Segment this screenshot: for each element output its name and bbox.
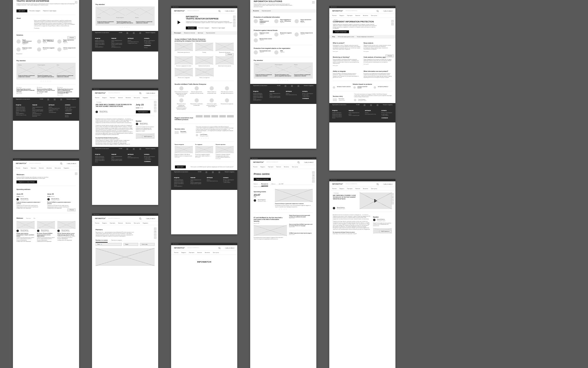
side-news[interactable]: Natalya Kasperskaya presented programmab… bbox=[289, 215, 313, 218]
logo[interactable]: INFOWATCH bbox=[16, 163, 27, 164]
assign-heading: Assign InfoWatch Traffic Monitor Enterpr… bbox=[175, 38, 210, 42]
feature: Незаботливая деятельность bbox=[175, 43, 193, 53]
reg-chip[interactable]: Зарегистрироваться bbox=[380, 230, 391, 233]
lead: Современное DLP-решение для защиты данны… bbox=[16, 3, 76, 6]
archive-card[interactable]: Николай ЗдобновРуководитель отделаИ врод… bbox=[16, 221, 35, 242]
fb-icon[interactable] bbox=[47, 99, 49, 100]
page-title: AND THERE WAS A THUNDER: CLOUD TECHNOLOG… bbox=[333, 195, 357, 200]
search-icon[interactable] bbox=[60, 163, 62, 164]
about-link[interactable]: О компании bbox=[16, 28, 76, 29]
share-icon[interactable]: ⤴ bbox=[75, 173, 77, 175]
vk-icon[interactable] bbox=[60, 99, 62, 100]
phone: 7 (495) 22-900-22 bbox=[67, 163, 76, 164]
client-logo bbox=[196, 115, 203, 117]
attention-card[interactable]: ВебинарОткрытый вебинар по управлению ко… bbox=[18, 64, 35, 78]
product-tabs[interactable]: Обзор продуктаВозможности и технологииАр… bbox=[171, 31, 237, 35]
carousel-dots[interactable]: • • • • • bbox=[16, 81, 76, 82]
tile[interactable] bbox=[111, 8, 124, 15]
attention-card[interactable]: Компания Петродворец: место данных разру… bbox=[117, 21, 134, 24]
attention-card[interactable]: АнонсОткрытый вебинар по управлению конф… bbox=[57, 64, 74, 78]
vk-icon[interactable]: vk bbox=[154, 104, 156, 106]
attention-card[interactable]: Открытый вебинар по управлению конфликта… bbox=[136, 21, 153, 24]
page-title: CONFIDENT INFORMATION PROTECTION bbox=[333, 21, 392, 23]
register-button[interactable]: Зарегистрироваться bbox=[136, 110, 150, 113]
webinar-card[interactable]: June 23 12:00 MOSCOW Николай ЗдобновРуко… bbox=[16, 191, 45, 209]
page-title: TRAFFIC MONITOR ENTERPRISE bbox=[16, 0, 76, 2]
about-heading: About bbox=[16, 17, 76, 19]
search-icon[interactable] bbox=[218, 247, 220, 249]
news-item[interactable]: Для клиентовNatalya Kasperskaya выступил… bbox=[57, 87, 76, 96]
page-title: INFOWATCH bbox=[175, 261, 234, 263]
link-more[interactable]: Рассказать о продукте bbox=[29, 10, 40, 11]
tab-events[interactable]: Мероприятия bbox=[261, 182, 268, 186]
tab-product[interactable]: Партнёры по продукту bbox=[111, 238, 122, 242]
news-item[interactable]: Для клиентовАналитический Центр InfoWatc… bbox=[37, 87, 55, 96]
solution-item[interactable]: Коррупция и откатыПодробнее bbox=[16, 47, 35, 52]
search-icon[interactable] bbox=[139, 92, 141, 94]
tab-all[interactable]: Все решения bbox=[253, 10, 259, 11]
solutions-heading: Solutions bbox=[16, 34, 76, 36]
solution-item[interactable]: Нелояльные сотрудникиПодробнее bbox=[37, 47, 55, 52]
footer: ПРОДУКТЫInfoWatch Traffic MonitorInfoWat… bbox=[13, 102, 79, 121]
solution-item[interactable]: Защита конфиденциальной информацииПодроб… bbox=[254, 19, 272, 24]
attention-card[interactable]: История внедренияКомпания Петродворец: м… bbox=[38, 64, 55, 78]
play-icon[interactable] bbox=[374, 199, 377, 203]
demo-button[interactable]: Демо-версия bbox=[186, 26, 197, 29]
video-player[interactable] bbox=[360, 193, 392, 209]
tile[interactable] bbox=[126, 8, 139, 15]
subscribe-button[interactable]: Подписаться на новые вебинары bbox=[16, 180, 37, 183]
fb-icon[interactable]: f bbox=[154, 107, 156, 109]
product-link[interactable]: INFOWATCH TRAFFIC MONITOR bbox=[333, 86, 351, 89]
tile[interactable] bbox=[97, 8, 110, 15]
solution-item[interactable]: Защита конфиденциальной информацииПодроб… bbox=[16, 39, 35, 44]
search-icon[interactable] bbox=[139, 218, 141, 219]
search-input[interactable]: Поиск... 🔍 bbox=[96, 243, 122, 246]
demo-button[interactable]: Демо-версия bbox=[175, 165, 186, 168]
filter-dropdown[interactable]: все категории ▾ bbox=[258, 186, 264, 187]
breadcrumb[interactable]: ← В календарь bbox=[333, 193, 357, 194]
attention-heading: Pay attention bbox=[96, 4, 155, 5]
page-title: TRAFFIC MONITOR ENTERPRISE bbox=[186, 18, 234, 20]
share-icon[interactable]: ⤴ bbox=[75, 1, 77, 4]
archive-card[interactable]: Николай ЗдобновРуководитель отделаDLP fa… bbox=[57, 221, 76, 242]
page-title: Webinars bbox=[16, 174, 76, 175]
more-link[interactable]: ↗ Решения bbox=[67, 208, 76, 211]
main-nav[interactable]: РешенияПродуктыПартнерамКомпанияАналитик… bbox=[13, 166, 79, 170]
subscribe-button[interactable]: Подписаться на рассылку bbox=[254, 178, 271, 181]
link-sales[interactable]: Обратиться в отдел продаж bbox=[43, 10, 56, 11]
tab-industry[interactable]: Отраслевые решения bbox=[262, 10, 271, 11]
search-icon[interactable] bbox=[218, 10, 220, 12]
demo-button[interactable]: Демо-версия bbox=[16, 9, 27, 12]
carousel-dots[interactable]: • • • • • bbox=[96, 27, 155, 28]
more-link[interactable]: ↗ Решения bbox=[385, 54, 394, 57]
partner-map[interactable] bbox=[96, 248, 155, 266]
consult-button[interactable]: Получить консультацию bbox=[333, 30, 349, 33]
tile[interactable] bbox=[140, 8, 153, 15]
info-card[interactable]: Процесс внедренияВнедрение InfoWatch Tra… bbox=[175, 144, 193, 159]
topic-dropdown[interactable]: All ▾ bbox=[34, 218, 36, 219]
archive-heading: Webinars bbox=[16, 217, 23, 219]
event-date: July 23 bbox=[136, 103, 155, 106]
attention-card[interactable]: Открытый вебинар по управлению конфликта… bbox=[97, 21, 114, 24]
filter-city[interactable]: Страна, город bbox=[140, 243, 155, 246]
attention-heading: Pay attention bbox=[16, 60, 76, 62]
reg-chip[interactable]: Зарегистрироваться bbox=[142, 135, 154, 138]
webinar-card[interactable]: June 23 12:00 MOSCOW Николай ЗдобновРуко… bbox=[47, 191, 76, 209]
tw-icon[interactable]: t bbox=[154, 110, 156, 112]
tw-icon[interactable] bbox=[54, 99, 56, 100]
breadcrumb[interactable]: ← В календарь bbox=[96, 102, 133, 103]
lead: Компания InfoWatch проводит цикл вебинар… bbox=[16, 177, 52, 179]
play-icon[interactable] bbox=[178, 21, 181, 24]
news-item[interactable]: Для клиентовNatalya Kasperskaya presente… bbox=[16, 87, 35, 96]
more-link[interactable]: ↗ Решения bbox=[225, 53, 234, 56]
solution-item[interactable]: Саботаж и вредительствоПодробнее bbox=[57, 47, 76, 52]
solutions-more[interactable]: ↗ Решения bbox=[67, 36, 76, 39]
archive-card[interactable]: Николай ЗдобновРуководитель отделаБез Ли… bbox=[37, 221, 55, 242]
filter-product[interactable]: Продукт bbox=[123, 243, 138, 246]
tab-country[interactable]: Партнёры в по странам bbox=[96, 238, 108, 243]
all-solutions-link[interactable]: Все решения bbox=[16, 53, 76, 54]
hero-image bbox=[275, 189, 313, 202]
solution-item[interactable]: Защита информации от утечек — DLP-решени… bbox=[37, 39, 55, 44]
solution-item[interactable]: Защита персональных данныхПодробнее bbox=[57, 39, 76, 44]
upcoming-heading: Upcoming webinars bbox=[16, 188, 76, 190]
